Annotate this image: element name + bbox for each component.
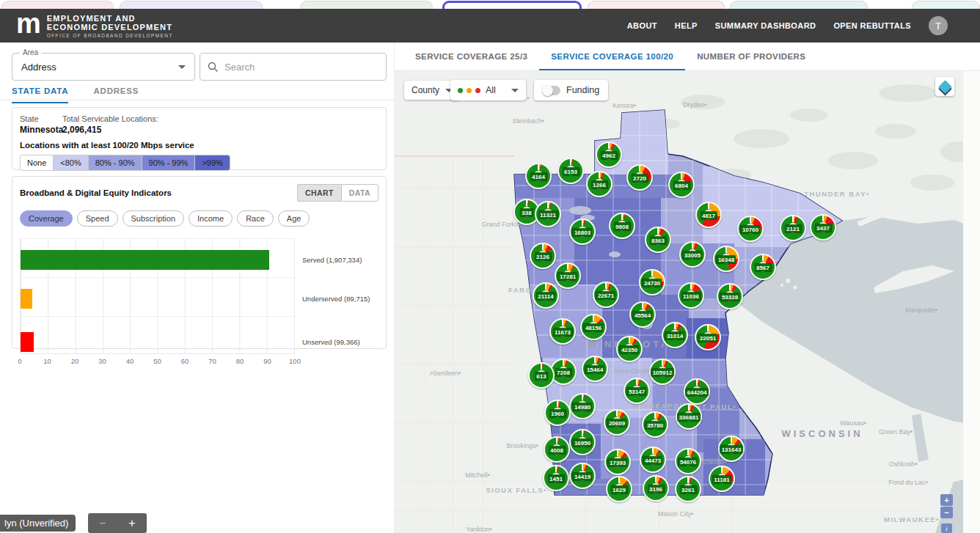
map-pie-marker[interactable]: 11036 (678, 282, 704, 309)
sidebar-tab-state-data[interactable]: STATE DATA (12, 87, 68, 103)
zoom-in-button[interactable]: + (128, 517, 135, 530)
map-zoom-in-button[interactable]: + (940, 494, 953, 506)
map-pie-marker[interactable]: 2121 (780, 215, 806, 241)
map-pie-marker[interactable]: 31014 (662, 322, 688, 348)
nav-link-help[interactable]: HELP (675, 21, 698, 30)
chip-race[interactable]: Race (237, 210, 274, 227)
map-pie-marker[interactable]: 1960 (544, 400, 571, 426)
map-pie-marker[interactable]: 11673 (549, 318, 576, 345)
map-pie-marker[interactable]: 20609 (604, 409, 630, 435)
area-select[interactable]: Area Address (12, 53, 195, 81)
user-avatar[interactable]: T (929, 16, 948, 35)
chip-coverage[interactable]: Coverage (20, 210, 73, 227)
map-pie-marker[interactable]: 17393 (604, 449, 631, 475)
marker-count-label: 11321 (538, 210, 557, 218)
search-box[interactable] (200, 53, 387, 81)
map-pie-marker[interactable]: 1629 (606, 476, 632, 502)
funding-switch[interactable] (543, 86, 560, 95)
map-pie-marker[interactable]: 8567 (750, 254, 776, 280)
legend-button[interactable]: >99% (195, 155, 230, 171)
pie-notch (563, 359, 564, 366)
page: m EMPLOYMENT AND ECONOMIC DEVELOPMENT OF… (0, 0, 980, 533)
map-pie-marker[interactable]: 11321 (535, 201, 561, 227)
map-pie-marker[interactable]: 10760 (737, 216, 764, 242)
map-pie-marker[interactable]: 4817 (695, 202, 722, 228)
sidebar-tab-address[interactable]: ADDRESS (93, 87, 139, 103)
map-pie-marker[interactable]: 22671 (593, 282, 619, 308)
layers-button[interactable] (935, 77, 954, 96)
map-pie-marker[interactable]: 4962 (596, 141, 622, 168)
map-pie-marker[interactable]: 1451 (543, 465, 569, 491)
pie-notch (616, 410, 618, 416)
map-pie-marker[interactable]: 4008 (544, 436, 570, 463)
legend-button[interactable]: <80% (54, 155, 88, 171)
map-pie-marker[interactable]: 131643 (718, 435, 745, 462)
marker-count-label: 17281 (558, 272, 577, 280)
map-pie-marker[interactable]: 3437 (810, 214, 836, 240)
map-pie-marker[interactable]: 48156 (580, 314, 607, 340)
map-pie-marker[interactable]: 21114 (533, 282, 559, 309)
map-pie-marker[interactable]: 53328 (717, 283, 743, 309)
map-pie-marker[interactable]: 336881 (676, 403, 702, 430)
map-pie-marker[interactable]: 22051 (695, 324, 721, 350)
map-info-button[interactable]: i (941, 523, 952, 533)
marker-count-label: 45564 (633, 311, 652, 319)
mn-logo-icon: m (16, 12, 40, 34)
chip-income[interactable]: Income (189, 210, 233, 227)
map-pie-marker[interactable]: 53147 (624, 378, 650, 404)
map-pie-marker[interactable]: 3196 (643, 475, 669, 501)
map-pie-marker[interactable]: 15464 (582, 356, 608, 382)
funding-toggle-button[interactable]: Funding (534, 80, 608, 100)
map-tab-service-coverage-25-3[interactable]: SERVICE COVERAGE 25/3 (403, 43, 539, 70)
map-pie-marker[interactable]: 2126 (530, 243, 556, 269)
nav-link-about[interactable]: ABOUT (627, 21, 657, 30)
map-pie-marker[interactable]: 33005 (679, 241, 706, 268)
map-pie-marker[interactable]: 14419 (569, 463, 596, 489)
chip-speed[interactable]: Speed (77, 210, 118, 227)
map-tab-number-of-providers[interactable]: NUMBER OF PROVIDERS (685, 43, 817, 70)
map-pie-marker[interactable]: 1266 (586, 171, 612, 197)
map-pie-marker[interactable]: 6804 (668, 172, 695, 198)
chip-age[interactable]: Age (278, 210, 310, 227)
view-toggle-chart[interactable]: CHART (297, 184, 341, 202)
legend-button[interactable]: 80% - 90% (89, 155, 142, 171)
map-pie-marker[interactable]: 613 (528, 362, 555, 389)
map-pie-marker[interactable]: 24730 (639, 269, 665, 295)
marker-count-label: 9808 (614, 222, 630, 230)
map-tab-service-coverage-100-20[interactable]: SERVICE COVERAGE 100/20 (539, 43, 685, 70)
nav-link-open-rebuttals[interactable]: OPEN REBUTTALS (833, 21, 911, 30)
map-pie-marker[interactable]: 11181 (709, 466, 735, 492)
map-pie-marker[interactable]: 9808 (609, 213, 635, 239)
map-pie-marker[interactable]: 8363 (645, 227, 671, 253)
map-pie-marker[interactable]: 16348 (713, 246, 739, 272)
map-pie-marker[interactable]: 105912 (649, 359, 676, 385)
map-pie-marker[interactable]: 42350 (616, 336, 643, 362)
map-pie-marker[interactable]: 3261 (675, 476, 701, 502)
map-pie-marker[interactable]: 644204 (684, 378, 710, 405)
pie-notch (570, 158, 571, 165)
search-input[interactable] (224, 62, 379, 73)
chip-subscription[interactable]: Subscription (122, 210, 185, 227)
map-pie-marker[interactable]: 16950 (569, 429, 596, 455)
map-canvas[interactable]: WINNIPEG•Steinbach•Kenora•Dryden•THUNDER… (395, 71, 980, 533)
map-pie-marker[interactable]: 2720 (626, 164, 653, 191)
map-pie-marker[interactable]: 35780 (642, 411, 668, 438)
map-pie-marker[interactable]: 17281 (555, 262, 581, 289)
map-pie-marker[interactable]: 6153 (557, 158, 584, 184)
nav-link-summary-dashboard[interactable]: SUMMARY DASHBOARD (715, 21, 816, 30)
search-icon (208, 62, 219, 73)
zoom-out-button[interactable]: − (99, 517, 106, 530)
view-toggle-data[interactable]: DATA (341, 184, 379, 202)
map-zoom-out-button[interactable]: − (940, 507, 953, 518)
chart-bar (21, 250, 269, 270)
legend-button[interactable]: None (20, 155, 54, 171)
map-pie-marker[interactable]: 14980 (569, 393, 596, 419)
map-pie-marker[interactable]: 4164 (525, 163, 552, 189)
provider-filter-button[interactable]: All (450, 80, 526, 100)
org-line2: ECONOMIC DEVELOPMENT (47, 23, 173, 32)
map-pie-marker[interactable]: 54076 (675, 448, 701, 474)
map-pie-marker[interactable]: 45564 (629, 301, 656, 328)
legend-button[interactable]: 90% - 99% (142, 155, 196, 171)
map-pie-marker[interactable]: 16803 (569, 218, 596, 245)
map-pie-marker[interactable]: 44473 (640, 446, 666, 473)
